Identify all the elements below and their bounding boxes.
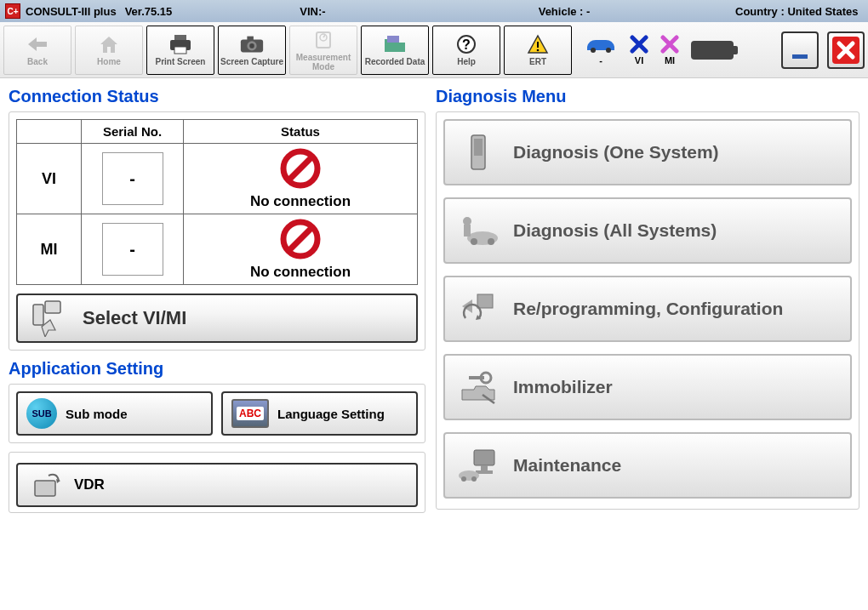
maintenance-icon	[457, 445, 500, 486]
diagnosis-one-system-button[interactable]: Diagnosis (One System)	[443, 119, 852, 185]
measure-label: Measurement Mode	[290, 53, 357, 71]
recorded-data-button[interactable]: Recorded Data	[361, 26, 429, 75]
svg-point-30	[463, 217, 471, 225]
no-connection-icon	[279, 218, 322, 260]
menu-label: Diagnosis (One System)	[513, 142, 719, 162]
ert-label: ERT	[529, 57, 546, 66]
vehicle-label: Vehicle : -	[539, 5, 591, 18]
col-status: Status	[184, 120, 418, 144]
select-vi-mi-button[interactable]: Select VI/MI	[16, 294, 418, 343]
vin-label: VIN:-	[300, 5, 325, 18]
print-label: Print Screen	[156, 57, 206, 66]
back-label: Back	[27, 57, 48, 66]
app-setting-title: Application Setting	[9, 359, 425, 379]
svg-point-40	[471, 476, 477, 482]
svg-line-19	[289, 157, 311, 180]
menu-label: Diagnosis (All Systems)	[513, 220, 717, 241]
svg-rect-26	[474, 139, 483, 156]
measurement-mode-button[interactable]: Measurement Mode	[289, 26, 357, 75]
menu-label: Re/programming, Configuration	[513, 299, 783, 319]
capture-label: Screen Capture	[220, 57, 283, 66]
print-screen-button[interactable]: Print Screen	[146, 26, 214, 75]
minimize-button[interactable]	[781, 31, 819, 69]
vi-serial: -	[102, 152, 163, 205]
mi-status-text: No connection	[187, 264, 414, 281]
vi-status-text: No connection	[187, 193, 414, 210]
home-icon	[96, 33, 122, 55]
svg-rect-23	[45, 301, 60, 313]
status-group: - VI MI	[584, 35, 734, 66]
vi-label: VI	[635, 55, 643, 66]
reprogramming-button[interactable]: Re/programming, Configuration	[443, 276, 852, 342]
help-button[interactable]: ? Help	[432, 26, 500, 75]
vdr-label: VDR	[74, 476, 105, 493]
technician-car-icon	[457, 210, 500, 251]
connection-panel: Serial No. Status VI - No connection MI	[9, 111, 425, 351]
help-label: Help	[457, 57, 476, 66]
svg-rect-35	[474, 450, 494, 465]
diagnosis-menu-title: Diagnosis Menu	[436, 87, 859, 106]
vdr-panel: VDR	[9, 452, 425, 513]
gauge-icon	[311, 29, 336, 51]
titlebar: C+ CONSULT-III plus Ver.75.15 VIN:- Vehi…	[0, 0, 868, 22]
mi-serial: -	[102, 223, 163, 276]
battery-icon	[691, 41, 734, 60]
svg-text:?: ?	[462, 37, 471, 52]
diagnosis-all-systems-button[interactable]: Diagnosis (All Systems)	[443, 197, 852, 264]
svg-rect-6	[247, 37, 254, 41]
language-setting-button[interactable]: ABC Language Setting	[221, 391, 418, 436]
svg-rect-32	[477, 294, 493, 308]
back-button[interactable]: Back	[3, 26, 71, 75]
svg-rect-22	[33, 305, 43, 325]
svg-rect-2	[174, 47, 186, 54]
vi-status: VI	[630, 35, 648, 66]
key-engine-icon	[457, 367, 500, 408]
row-label-mi: MI	[17, 214, 82, 285]
sub-mode-button[interactable]: SUB Sub mode	[16, 391, 213, 436]
app-setting-panel: SUB Sub mode ABC Language Setting	[9, 384, 425, 443]
svg-point-29	[488, 238, 494, 245]
no-connection-icon	[279, 147, 322, 190]
x-icon	[630, 35, 648, 54]
home-button[interactable]: Home	[75, 26, 143, 75]
car-icon	[584, 35, 618, 54]
connection-table: Serial No. Status VI - No connection MI	[16, 119, 418, 285]
mi-label: MI	[665, 55, 675, 66]
svg-point-13	[537, 49, 540, 52]
svg-line-9	[323, 35, 325, 37]
menu-label: Immobilizer	[513, 377, 613, 397]
svg-point-28	[471, 238, 477, 245]
maintenance-button[interactable]: Maintenance	[443, 432, 852, 499]
reprogram-icon	[457, 288, 500, 329]
svg-point-15	[606, 48, 611, 53]
sub-icon: SUB	[26, 398, 57, 429]
svg-rect-37	[476, 470, 493, 474]
table-row: VI - No connection	[17, 144, 418, 214]
app-version: Ver.75.15	[125, 5, 173, 18]
close-button[interactable]	[827, 31, 865, 69]
vdr-button[interactable]: VDR	[16, 463, 418, 507]
mi-status: MI	[660, 35, 679, 66]
svg-rect-31	[464, 225, 471, 237]
menu-label: Maintenance	[513, 455, 621, 476]
folder-data-icon	[382, 33, 408, 55]
country-label: Country : United States	[735, 5, 863, 18]
car-status: -	[584, 35, 618, 66]
recorded-label: Recorded Data	[365, 57, 425, 66]
svg-point-39	[461, 476, 466, 482]
language-icon: ABC	[231, 399, 269, 428]
back-arrow-icon	[25, 33, 50, 55]
col-serial: Serial No.	[82, 120, 184, 144]
app-logo: C+	[5, 3, 20, 19]
immobilizer-button[interactable]: Immobilizer	[443, 354, 852, 420]
select-vi-mi-label: Select VI/MI	[83, 307, 186, 329]
select-device-icon	[30, 299, 72, 337]
svg-rect-0	[174, 35, 186, 40]
vdr-icon	[30, 470, 64, 499]
printer-icon	[168, 33, 193, 55]
sub-mode-label: Sub mode	[66, 407, 128, 421]
diagnosis-menu-panel: Diagnosis (One System) Diagnosis (All Sy…	[436, 111, 859, 510]
ert-button[interactable]: ERT	[504, 26, 572, 75]
car-status-label: -	[599, 55, 602, 66]
screen-capture-button[interactable]: Screen Capture	[218, 26, 286, 75]
